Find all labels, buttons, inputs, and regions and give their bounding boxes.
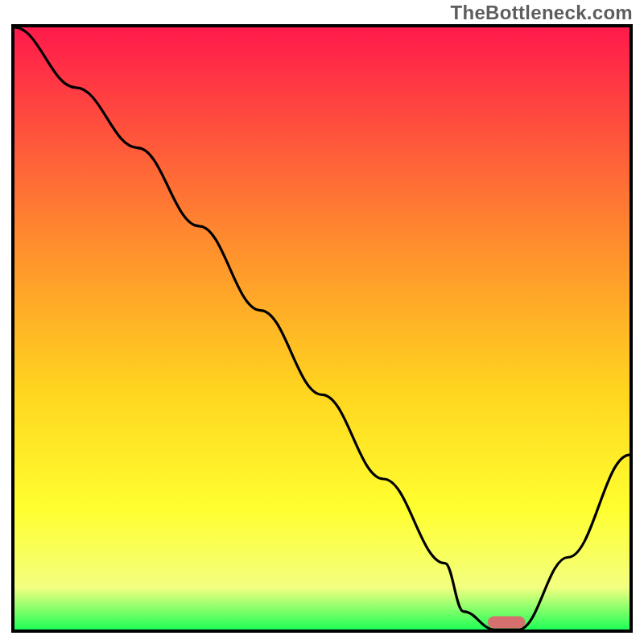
plot-area — [11, 24, 633, 633]
optimal-marker — [488, 617, 525, 628]
chart-frame: TheBottleneck.com — [0, 0, 644, 644]
plot-svg — [14, 27, 630, 630]
watermark-label: TheBottleneck.com — [451, 2, 633, 24]
